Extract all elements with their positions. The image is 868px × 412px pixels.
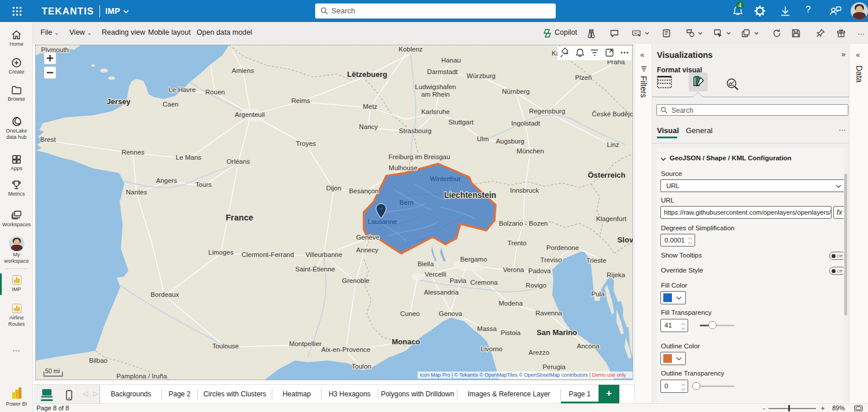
svg-text:Ancona: Ancona	[577, 343, 600, 350]
svg-text:Toulon: Toulon	[352, 363, 371, 370]
svg-text:Hanau: Hanau	[441, 57, 461, 64]
svg-text:Toulouse: Toulouse	[212, 343, 239, 350]
svg-text:Vercelli: Vercelli	[424, 271, 446, 278]
svg-text:Pula: Pula	[591, 290, 605, 297]
svg-text:Darmstadt: Darmstadt	[427, 68, 458, 75]
svg-text:Argenteuil: Argenteuil	[235, 111, 265, 118]
svg-text:Augsburg: Augsburg	[496, 138, 524, 145]
svg-text:Biella: Biella	[418, 260, 434, 267]
svg-text:Bolzano - Bozen: Bolzano - Bozen	[499, 220, 548, 227]
svg-text:Le Mans: Le Mans	[176, 154, 201, 161]
svg-text:Bergamo: Bergamo	[460, 256, 487, 263]
svg-text:Trento: Trento	[508, 240, 527, 247]
svg-text:Stuttgart: Stuttgart	[448, 119, 474, 126]
svg-text:Nancy: Nancy	[359, 123, 378, 130]
svg-text:Karlsruhe: Karlsruhe	[421, 108, 449, 115]
svg-text:Pamplona / Iruña: Pamplona / Iruña	[116, 373, 167, 380]
svg-text:Massa: Massa	[477, 325, 497, 332]
svg-text:Orléans: Orléans	[227, 158, 250, 165]
svg-text:Liechtenstein: Liechtenstein	[444, 190, 496, 200]
svg-text:Montpellier: Montpellier	[289, 340, 322, 347]
svg-text:Ravenna: Ravenna	[535, 310, 563, 317]
svg-text:Freiburg im Breisgau: Freiburg im Breisgau	[389, 153, 450, 160]
svg-text:Pordenone: Pordenone	[546, 244, 579, 251]
svg-text:Arezzo: Arezzo	[529, 349, 549, 356]
svg-text:Würzburg: Würzburg	[467, 72, 496, 79]
svg-text:Treviso: Treviso	[540, 256, 562, 263]
svg-text:Strasbourg: Strasbourg	[399, 127, 431, 134]
svg-text:Bilbao: Bilbao	[89, 357, 108, 364]
svg-text:Mulhouse: Mulhouse	[389, 164, 418, 171]
svg-text:Modena: Modena	[498, 300, 523, 307]
svg-text:am Rhein: am Rhein	[421, 91, 449, 98]
svg-text:Rovigo: Rovigo	[526, 282, 546, 289]
svg-text:Le Havre: Le Havre	[169, 86, 196, 93]
svg-text:Amiens: Amiens	[232, 67, 254, 74]
svg-text:Perugia: Perugia	[542, 363, 566, 370]
svg-text:Pistoia: Pistoia	[501, 329, 521, 336]
svg-text:Aix-en-Provence: Aix-en-Provence	[321, 346, 370, 353]
svg-text:Winterthur: Winterthur	[430, 175, 460, 182]
svg-text:Slove: Slove	[618, 236, 633, 244]
svg-text:Jersey: Jersey	[106, 97, 131, 106]
svg-text:50 mi: 50 mi	[45, 367, 60, 374]
svg-text:Lëtzebuerg: Lëtzebuerg	[347, 70, 387, 79]
svg-text:Genève: Genève	[356, 234, 379, 241]
svg-text:Verona: Verona	[503, 266, 525, 273]
svg-text:Nantes: Nantes	[126, 189, 147, 196]
svg-text:Linz: Linz	[607, 141, 619, 148]
svg-text:Regensburg: Regensburg	[529, 108, 566, 115]
svg-text:Innsbruck: Innsbruck	[510, 187, 539, 194]
svg-text:Livorno: Livorno	[481, 345, 503, 352]
svg-text:Angers: Angers	[156, 177, 178, 184]
svg-text:Ludwigshafen: Ludwigshafen	[415, 83, 456, 90]
svg-text:Trieste: Trieste	[586, 257, 607, 264]
svg-text:Monaco: Monaco	[391, 337, 420, 346]
svg-text:České Budějc: České Budějc	[592, 111, 633, 117]
svg-text:Clermont-Ferrand: Clermont-Ferrand	[242, 251, 294, 258]
svg-text:Cremona: Cremona	[470, 279, 498, 286]
svg-text:Icon Map Pro | © Tekantis © Op: Icon Map Pro | © Tekantis © OpenMapTiles…	[420, 372, 626, 378]
svg-text:Villeurbanne: Villeurbanne	[305, 251, 342, 258]
svg-text:Reims: Reims	[291, 97, 311, 104]
svg-text:Cuneo: Cuneo	[400, 310, 420, 317]
svg-text:Dijon: Dijon	[326, 185, 341, 192]
svg-text:Bordeaux: Bordeaux	[150, 291, 179, 298]
svg-text:Besançon: Besançon	[349, 187, 378, 194]
svg-text:Grenoble: Grenoble	[342, 277, 369, 284]
svg-text:Saint-Étienne: Saint-Étienne	[295, 266, 335, 273]
svg-text:Rijeka: Rijeka	[607, 271, 626, 278]
svg-text:Padova: Padova	[528, 267, 551, 274]
svg-text:San Marino: San Marino	[537, 328, 577, 337]
svg-text:Caen: Caen	[162, 101, 179, 108]
svg-text:Tours: Tours	[195, 181, 212, 188]
svg-text:Bern: Bern	[400, 199, 413, 206]
svg-text:Limoges: Limoges	[208, 249, 234, 256]
svg-text:Pavia: Pavia	[450, 277, 467, 284]
svg-text:Genova: Genova	[439, 310, 463, 317]
svg-text:Annecy: Annecy	[356, 247, 379, 253]
svg-text:Plzeň: Plzeň	[575, 74, 592, 81]
svg-text:Ulm: Ulm	[477, 135, 489, 142]
svg-text:Rouen: Rouen	[205, 89, 225, 95]
svg-text:München: München	[516, 148, 544, 154]
svg-text:Lausanne: Lausanne	[368, 218, 397, 225]
svg-text:Klagenfurt: Klagenfurt	[596, 215, 627, 222]
svg-text:Ingolstadt: Ingolstadt	[511, 120, 541, 127]
svg-text:Österreich: Österreich	[588, 171, 625, 179]
svg-text:Alessandria: Alessandria	[424, 289, 459, 296]
svg-text:Nürnberg: Nürnberg	[502, 88, 530, 95]
svg-text:France: France	[226, 213, 253, 222]
svg-text:Metz: Metz	[363, 103, 378, 110]
svg-text:Troyes: Troyes	[296, 140, 316, 147]
svg-text:Koblenz: Koblenz	[398, 46, 423, 53]
svg-text:Brest: Brest	[40, 136, 57, 143]
svg-text:Rennes: Rennes	[121, 149, 145, 156]
